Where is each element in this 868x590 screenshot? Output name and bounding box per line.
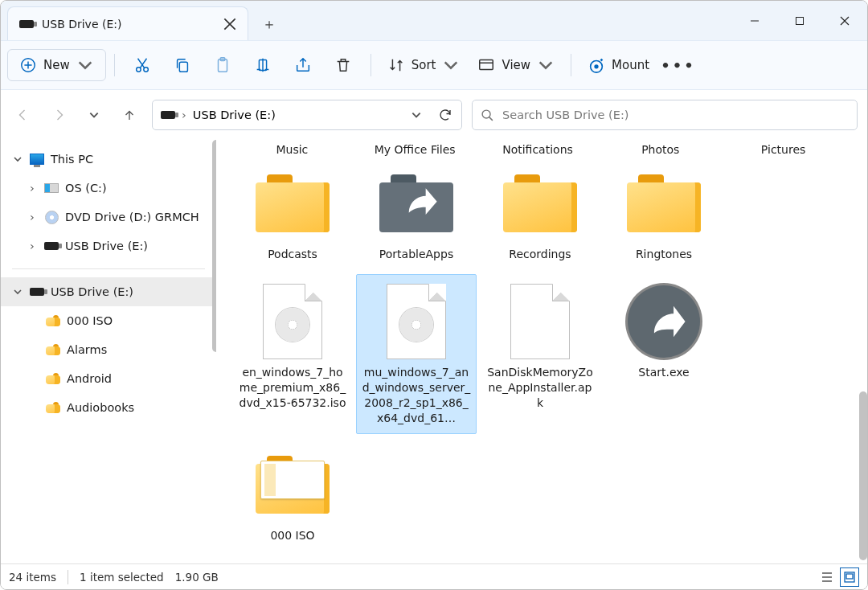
- navtree-this-pc[interactable]: This PC: [1, 145, 216, 174]
- navtree-sub-000iso[interactable]: 000 ISO: [1, 306, 216, 335]
- svg-rect-0: [796, 17, 804, 24]
- copy-button[interactable]: [163, 49, 202, 81]
- usb-drive-icon: [30, 288, 44, 296]
- navtree-sub-android[interactable]: Android: [1, 364, 216, 393]
- search-box[interactable]: [472, 100, 858, 130]
- title-bar: USB Drive (E:) ＋: [1, 1, 867, 40]
- nav-back-button[interactable]: [10, 102, 36, 128]
- command-bar: New Sort View Mount •••: [1, 40, 867, 90]
- svg-point-11: [482, 110, 490, 118]
- breadcrumb-chevron-icon: ›: [182, 109, 186, 121]
- item-folder-portableapps[interactable]: PortableApps: [356, 156, 477, 271]
- navtree-usb-e-expanded[interactable]: USB Drive (E:): [1, 277, 216, 306]
- cut-button[interactable]: [123, 49, 162, 81]
- monitor-icon: [30, 154, 44, 165]
- status-bar: 24 items 1 item selected 1.90 GB: [1, 563, 867, 589]
- folder-shortcut-icon: [379, 174, 453, 232]
- search-input[interactable]: [502, 109, 849, 121]
- navtree-sub-audiobooks[interactable]: Audiobooks: [1, 393, 216, 422]
- content-scrollbar[interactable]: [859, 140, 867, 563]
- delete-button[interactable]: [324, 49, 362, 81]
- status-selection-size: 1.90 GB: [175, 571, 219, 584]
- folder-icon: [46, 373, 60, 384]
- more-options-button[interactable]: •••: [659, 49, 698, 81]
- disc-image-icon: [387, 284, 446, 359]
- window-close-button[interactable]: [822, 1, 867, 40]
- folder-icon: [503, 174, 577, 232]
- view-large-icons-button[interactable]: [840, 567, 859, 587]
- window-minimize-button[interactable]: [732, 1, 777, 40]
- new-button[interactable]: New: [7, 49, 106, 81]
- item-folder-podcasts[interactable]: Podcasts: [232, 156, 353, 271]
- folder-icon: [46, 344, 60, 355]
- file-icon: [510, 284, 570, 359]
- status-item-count: 24 items: [9, 571, 56, 584]
- disc-icon: [45, 211, 59, 224]
- folder-icon: [256, 174, 330, 232]
- item-file-apk-sandisk[interactable]: SanDiskMemoryZone_AppInstaller.apk: [480, 274, 600, 435]
- nav-recent-dropdown[interactable]: [81, 102, 107, 128]
- item-file-exe-start[interactable]: Start.exe: [604, 274, 724, 435]
- view-button[interactable]: View: [469, 49, 563, 81]
- navtree-usb-e[interactable]: › USB Drive (E:): [1, 231, 216, 260]
- nav-up-button[interactable]: [117, 102, 142, 128]
- address-bar[interactable]: › USB Drive (E:): [152, 100, 462, 130]
- tab-title: USB Drive (E:): [42, 18, 215, 31]
- folder-icon: [46, 315, 60, 326]
- sort-button[interactable]: Sort: [379, 49, 469, 81]
- svg-rect-4: [179, 62, 187, 72]
- item-folder-000iso[interactable]: 000 ISO: [232, 437, 353, 552]
- svg-rect-8: [480, 60, 493, 70]
- new-tab-button[interactable]: ＋: [253, 8, 285, 40]
- navigation-pane: This PC › OS (C:) › DVD Drive (D:) GRMCH…: [1, 140, 216, 563]
- folder-icon: [46, 402, 60, 413]
- item-folder-ringtones[interactable]: Ringtones: [604, 156, 724, 271]
- status-selection-count: 1 item selected: [80, 571, 164, 584]
- navigation-row: › USB Drive (E:): [1, 90, 867, 140]
- drive-icon: [44, 183, 59, 193]
- nav-forward-button[interactable]: [46, 102, 72, 128]
- usb-drive-icon: [44, 242, 59, 250]
- app-shortcut-icon: [628, 285, 700, 358]
- usb-drive-icon: [161, 111, 175, 119]
- rename-button[interactable]: [244, 49, 282, 81]
- search-icon: [481, 109, 494, 122]
- folder-icon: [627, 174, 701, 232]
- svg-point-10: [595, 65, 598, 68]
- folder-preview-icon: [256, 456, 330, 514]
- navtree-sub-alarms[interactable]: Alarms: [1, 335, 216, 364]
- refresh-button[interactable]: [434, 104, 457, 126]
- share-button[interactable]: [284, 49, 322, 81]
- view-details-button[interactable]: [817, 567, 837, 587]
- svg-rect-13: [846, 574, 853, 579]
- address-history-dropdown[interactable]: [405, 104, 428, 126]
- usb-drive-icon: [19, 20, 34, 28]
- mount-button[interactable]: Mount: [579, 49, 657, 81]
- item-file-iso-win7home[interactable]: en_windows_7_home_premium_x86_dvd_x15-65…: [232, 274, 353, 435]
- paste-button[interactable]: [203, 49, 242, 81]
- partial-row-labels: Music My Office Files Notifications Phot…: [232, 140, 843, 156]
- file-list[interactable]: Music My Office Files Notifications Phot…: [216, 140, 859, 563]
- disc-image-icon: [263, 284, 322, 359]
- item-file-iso-mu-windows7[interactable]: mu_windows_7_and_windows_server_2008_r2_…: [356, 274, 477, 435]
- navtree-os-c[interactable]: › OS (C:): [1, 174, 216, 203]
- tab-close-button[interactable]: [223, 18, 236, 31]
- window-tab[interactable]: USB Drive (E:): [7, 6, 248, 40]
- navtree-dvd-d[interactable]: › DVD Drive (D:) GRMCH: [1, 203, 216, 231]
- window-maximize-button[interactable]: [777, 1, 822, 40]
- breadcrumb-item[interactable]: USB Drive (E:): [193, 109, 276, 121]
- item-folder-recordings[interactable]: Recordings: [480, 156, 600, 271]
